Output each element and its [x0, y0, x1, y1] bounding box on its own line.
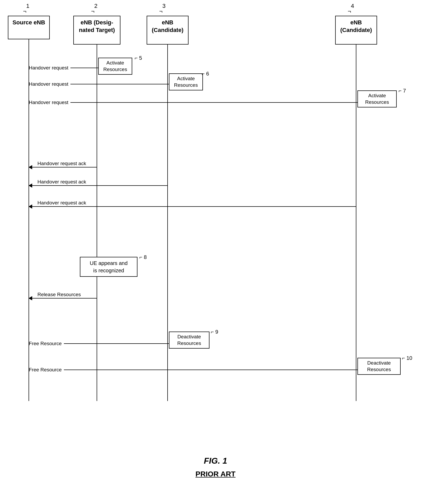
arrow-line-free-1 [64, 343, 180, 344]
num-5: ⌐ 5 [135, 55, 142, 61]
arrow-handover-req-2: Handover request [29, 81, 187, 87]
arrowhead-release [29, 296, 32, 300]
activate-resources-3: ActivateResources [357, 90, 397, 107]
brace-3: ⌐ [159, 8, 163, 15]
lifeline-candidate4 [356, 45, 356, 401]
num-7-label: ⌐ 7 [399, 88, 406, 94]
arrowhead-ack-3 [29, 204, 32, 209]
brace-4: ⌐ [348, 8, 351, 15]
deactivate-resources-1: DeactivateResources [169, 332, 209, 349]
arrow-line-free-2 [64, 370, 369, 370]
arrow-line-ack-1: Handover request ack [32, 167, 97, 167]
arrow-label-ho-req-3: Handover request [29, 100, 68, 105]
ue-appears-box: UE appears andis recognized [80, 257, 137, 277]
arrow-label-ho-req-1: Handover request [29, 65, 68, 71]
num-10-label: ⌐ 10 [402, 355, 412, 361]
brace-1: ⌐ [23, 8, 26, 15]
arrowhead-ack-2 [29, 183, 32, 188]
deactivate-resources-2: DeactivateResources [357, 358, 401, 375]
arrow-line-ack-3: Handover request ack [32, 206, 356, 207]
entity-candidate3: eNB(Candidate) [147, 16, 189, 45]
figure-label: FIG. 1 [0, 456, 431, 466]
arrow-label-free-2: Free Resource [29, 367, 62, 373]
arrow-line-release: Release Resources [32, 298, 97, 299]
arrow-ho-ack-3: Handover request ack [29, 204, 356, 209]
lifeline-target [97, 45, 97, 401]
entity-num-4: 4 [351, 3, 354, 9]
arrow-handover-req-3: Handover request [29, 100, 375, 105]
entity-num-2: 2 [94, 3, 97, 9]
brace-2: ⌐ [91, 8, 95, 15]
arrow-line-2 [70, 84, 183, 84]
num-6-label: ⌐ 6 [202, 71, 209, 77]
entity-num-3: 3 [162, 3, 165, 9]
arrow-free-1: Free Resource [29, 341, 184, 346]
num-8-label: ⌐ 8 [139, 254, 147, 260]
prior-art-label: PRIOR ART [0, 470, 431, 478]
arrow-ho-ack-1: Handover request ack [29, 165, 97, 169]
arrow-label-release: Release Resources [37, 292, 81, 297]
entity-num-1: 1 [26, 3, 29, 9]
entity-candidate4: eNB(Candidate) [335, 16, 377, 45]
entity-target: eNB (Desig- nated Target) [73, 16, 120, 45]
arrow-label-ho-req-2: Handover request [29, 81, 68, 87]
lifeline-candidate3 [167, 45, 168, 401]
arrow-ho-ack-2: Handover request ack [29, 183, 167, 188]
diagram: 1 2 3 4 ⌐ ⌐ ⌐ ⌐ Source eNB eNB (Desig- n… [0, 0, 431, 446]
arrow-label-ack-1: Handover request ack [37, 161, 86, 166]
arrow-line-3 [70, 102, 372, 103]
activate-resources-1: ActivateResources [98, 58, 132, 75]
arrow-line-ack-2: Handover request ack [32, 185, 167, 186]
arrow-label-ack-3: Handover request ack [37, 200, 86, 206]
arrow-free-2: Free Resource [29, 367, 372, 373]
lifeline-source [29, 39, 29, 401]
entity-source: Source eNB [8, 16, 50, 39]
arrow-label-free-1: Free Resource [29, 341, 62, 346]
activate-resources-2: ActivateResources [169, 73, 203, 90]
arrow-label-ack-2: Handover request ack [37, 179, 86, 185]
arrowhead-ack-1 [29, 165, 32, 169]
num-9-label: ⌐ 9 [211, 329, 218, 335]
arrow-release: Release Resources [29, 296, 97, 300]
